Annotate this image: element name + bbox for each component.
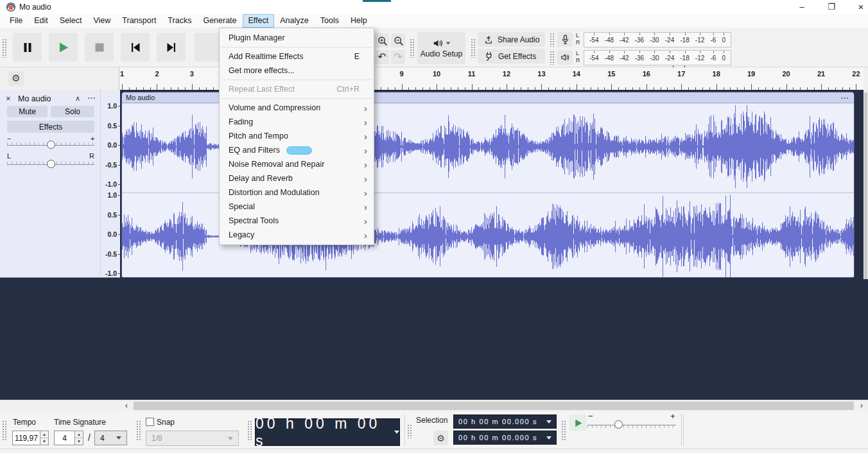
menu-generate[interactable]: Generate bbox=[197, 14, 242, 28]
gear-icon: ⚙ bbox=[437, 433, 445, 443]
effects-button[interactable]: Effects bbox=[7, 121, 94, 133]
track-collapse-icon[interactable]: ∧ bbox=[75, 94, 80, 103]
playback-meter-grip[interactable] bbox=[550, 51, 555, 65]
menu-item-repeat-last-effect: Repeat Last EffectCtrl+R bbox=[220, 82, 374, 96]
redo-button[interactable]: ↷ bbox=[391, 50, 405, 64]
audio-setup-grip[interactable] bbox=[410, 38, 415, 58]
menu-item-eq-and-filters[interactable]: EQ and Filters› bbox=[220, 143, 374, 157]
transport-grip[interactable] bbox=[2, 38, 7, 58]
menu-tracks[interactable]: Tracks bbox=[162, 14, 197, 28]
snap-grip[interactable] bbox=[136, 420, 141, 441]
time-display[interactable]: 00 h 00 m 00 s bbox=[255, 418, 400, 446]
timeline-options-button[interactable]: ⚙ bbox=[8, 71, 24, 86]
menu-item-pitch-and-tempo[interactable]: Pitch and Tempo› bbox=[220, 129, 374, 143]
record-meter-mic-button[interactable] bbox=[557, 32, 573, 47]
vertical-scrollbar-thumb[interactable] bbox=[864, 92, 867, 304]
menu-item-volume-and-compression[interactable]: Volume and Compression› bbox=[220, 101, 374, 115]
solo-button[interactable]: Solo bbox=[51, 106, 94, 117]
menu-item-noise-removal-and-repair[interactable]: Noise Removal and Repair› bbox=[220, 157, 374, 171]
minimize-button[interactable]: – bbox=[792, 1, 812, 13]
play-button[interactable] bbox=[49, 33, 78, 62]
menu-effect[interactable]: Effect bbox=[243, 14, 275, 28]
playback-meter[interactable]: -54-48-42-36-30-24-18-12-60 bbox=[584, 50, 731, 65]
clip-menu-kebab-icon[interactable]: ⋯ bbox=[840, 93, 849, 103]
restore-button[interactable]: ❐ bbox=[822, 1, 841, 13]
share-grip[interactable] bbox=[471, 38, 476, 58]
snap-select[interactable]: 1/8 bbox=[146, 431, 239, 446]
menu-item-delay-and-reverb[interactable]: Delay and Reverb› bbox=[220, 171, 374, 185]
time-format-dropdown-icon[interactable] bbox=[394, 431, 399, 434]
menu-analyze[interactable]: Analyze bbox=[274, 14, 314, 28]
menu-item-get-more-effects[interactable]: Get more effects... bbox=[220, 64, 374, 78]
skip-to-start-button[interactable] bbox=[121, 33, 150, 62]
pan-slider[interactable] bbox=[7, 164, 94, 165]
menu-view[interactable]: View bbox=[87, 14, 116, 28]
selection-start-field[interactable]: 00 h 00 m 00.000 s bbox=[453, 415, 557, 429]
tempo-input[interactable]: 119,97 bbox=[12, 431, 40, 445]
menu-item-spectral-tools[interactable]: Spectral Tools› bbox=[220, 214, 374, 228]
menu-item-plugin-manager[interactable]: Plugin Manager bbox=[220, 31, 374, 45]
menu-item-add-realtime-effects[interactable]: Add Realtime EffectsE bbox=[220, 49, 374, 64]
menu-transport[interactable]: Transport bbox=[116, 14, 162, 28]
speaker-small-icon bbox=[560, 53, 570, 62]
close-button[interactable]: × bbox=[851, 1, 868, 13]
tempo-spinner[interactable]: ▲▼ bbox=[40, 431, 49, 445]
track-control-panel[interactable]: × Mo audio ∧ ⋯ Mute Solo Effects − + L R bbox=[0, 90, 100, 278]
time-display-grip[interactable] bbox=[247, 420, 252, 441]
pan-slider-thumb[interactable] bbox=[47, 160, 55, 168]
zoom-out-button[interactable] bbox=[391, 33, 405, 47]
selection-format-dropdown-icon[interactable] bbox=[546, 436, 551, 440]
vertical-scale-ruler[interactable]: 1.00.50.0-0.5-1.01.00.50.0-0.5-1.0 bbox=[100, 90, 120, 278]
timeline-options-panel: ⚙ bbox=[0, 67, 119, 90]
menu-item-legacy[interactable]: Legacy› bbox=[220, 228, 374, 242]
menu-item-special[interactable]: Special› bbox=[220, 200, 374, 214]
menu-select[interactable]: Select bbox=[54, 14, 88, 28]
play-speed-grip[interactable] bbox=[561, 420, 566, 441]
record-meter-grip[interactable] bbox=[550, 33, 555, 47]
timesig-spinner[interactable]: ▲▼ bbox=[74, 431, 83, 445]
record-meter[interactable]: -54-48-42-36-30-24-18-12-60 bbox=[584, 32, 731, 47]
gain-slider-thumb[interactable] bbox=[47, 141, 55, 149]
timesig-lower-select[interactable]: 4 bbox=[94, 431, 127, 445]
skip-to-end-button[interactable] bbox=[157, 33, 186, 62]
speed-slider-thumb[interactable] bbox=[614, 420, 623, 429]
undo-button[interactable]: ↶ bbox=[375, 50, 389, 64]
menu-edit[interactable]: Edit bbox=[28, 14, 54, 28]
menu-file[interactable]: File bbox=[4, 14, 28, 28]
mute-button[interactable]: Mute bbox=[7, 106, 48, 117]
time-signature-grip[interactable] bbox=[2, 420, 7, 441]
scroll-right-arrow[interactable]: › bbox=[856, 400, 867, 411]
selection-end-field[interactable]: 00 h 00 m 00.000 s bbox=[453, 431, 557, 445]
menu-tools[interactable]: Tools bbox=[315, 14, 345, 28]
play-speed-slider[interactable] bbox=[587, 425, 676, 425]
get-effects-button[interactable]: Get Effects bbox=[478, 49, 545, 64]
speed-slider-ticks bbox=[587, 425, 676, 428]
timesig-upper-input[interactable]: 4 bbox=[54, 431, 75, 445]
menu-item-distortion-and-modulation[interactable]: Distortion and Modulation› bbox=[220, 185, 374, 200]
playback-meter-speaker-button[interactable] bbox=[557, 50, 573, 65]
track-area: × Mo audio ∧ ⋯ Mute Solo Effects − + L R… bbox=[0, 90, 868, 279]
snap-checkbox[interactable] bbox=[146, 418, 154, 426]
menu-item-fading[interactable]: Fading› bbox=[220, 115, 374, 129]
horizontal-scrollbar-thumb[interactable] bbox=[134, 402, 854, 410]
track-name[interactable]: Mo audio bbox=[18, 94, 51, 103]
vertical-scale-tick bbox=[118, 145, 120, 146]
selection-format-dropdown-icon[interactable] bbox=[546, 420, 551, 423]
menu-help[interactable]: Help bbox=[345, 14, 373, 28]
audacity-window: Mo audio – ❐ × FileEditSelectViewTranspo… bbox=[0, 0, 868, 453]
gain-slider[interactable] bbox=[7, 145, 94, 146]
play-at-speed-button[interactable] bbox=[569, 415, 586, 431]
track-menu-kebab-icon[interactable]: ⋯ bbox=[87, 93, 96, 103]
menu-shortcut: Ctrl+R bbox=[336, 85, 367, 94]
ruler-number: 16 bbox=[643, 70, 650, 78]
pause-button[interactable] bbox=[13, 33, 42, 62]
ruler-tick bbox=[611, 84, 612, 90]
scroll-left-arrow[interactable]: ‹ bbox=[121, 400, 132, 411]
audio-setup-button[interactable]: Audio Setup bbox=[417, 32, 465, 64]
zoom-in-button[interactable] bbox=[375, 33, 389, 47]
stop-button[interactable] bbox=[85, 33, 114, 62]
selection-grip[interactable] bbox=[407, 424, 412, 438]
selection-options-button[interactable]: ⚙ bbox=[433, 431, 448, 445]
track-close-icon[interactable]: × bbox=[6, 94, 11, 103]
share-audio-button[interactable]: Share Audio bbox=[478, 32, 545, 47]
